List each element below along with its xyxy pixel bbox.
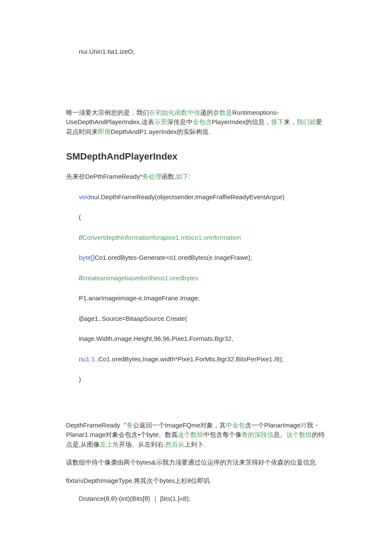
code-line: P1.anarImageimage-e.ImageFrane.Image; (79, 293, 326, 303)
text-highlight: 示景 (154, 118, 167, 125)
code-line-top: nui.Unin1.tia1.izeO; (79, 47, 326, 57)
text: 公返回一个ImageFQme对象，其 (133, 421, 226, 429)
text-highlight: 卷的深段信 (242, 431, 274, 438)
text-highlight: 中金包 (226, 421, 245, 429)
code-text: Co1.oredBytes,Inage.width*Pixe1.ForMts.B… (98, 355, 283, 363)
text: 来， (284, 118, 297, 125)
text-highlight: 我们就 (297, 118, 316, 125)
code-line-distance: Distance(θ,θ)-(int)(Bits[θ) ｜ βits(1.]«8… (79, 494, 326, 504)
keyword: nu1.1., (79, 355, 98, 363)
text: : (189, 173, 190, 180)
paragraph-4: 该数组中待个像袭由两个bytes&示我力须要通过位运停的方法来茨得好个依森的位置… (66, 458, 326, 468)
text-highlight: 务处理 (142, 173, 161, 180)
code-line: iβage1..Source=BitaapSource.Create( (79, 314, 326, 324)
code-line: //ConvertdepthInformationforapixe1.Intoc… (79, 233, 326, 243)
text-highlight: 即用 (98, 128, 111, 135)
text: 先来价DePthFrameReady* (66, 173, 142, 180)
text-highlight: 左上角 (100, 441, 119, 448)
text-highlight: 这个数组 (286, 431, 312, 438)
text: 息。 (274, 431, 286, 438)
comment: ConvertdepthInformationforapixe1.Intoco1… (82, 234, 241, 241)
text-highlight: 会包含 (193, 118, 212, 125)
paragraph-1: 唯一须要大宗例怠的是，我们在初始化函数中传递的参数是Runtimeoptions… (66, 108, 326, 137)
text: 上到卜. (184, 441, 205, 448)
text: 函数, (161, 173, 176, 180)
text-highlight: 然后从 (165, 441, 184, 448)
comment: createanimagebasedontheco1.oredbytes (82, 274, 198, 282)
document-page: nui.Unin1.tia1.izeO; 唯一须要大宗例怠的是，我们在初始化函数… (0, 0, 392, 551)
text-highlight: 对 (300, 421, 307, 429)
text-highlight: 这个数组 (178, 431, 203, 438)
code-line: ( (79, 212, 326, 222)
paragraph-2: 先来价DePthFrameReady*务处理函数,如下: (66, 172, 326, 182)
code-line: voidnui.DepthFrameReady(objectsender,Ima… (79, 192, 326, 202)
text: 深传息中 (167, 118, 193, 125)
text-highlight: 接下 (271, 118, 284, 125)
text-highlight: 参数是 (213, 109, 232, 116)
text: DepthAndP1.ayerIndex的实际构造. (111, 128, 210, 135)
text: DepthFrameReady (66, 421, 120, 429)
keyword: void (79, 193, 91, 200)
paragraph-5: ftxta½DepthImageType,将其次个bytes上杉8位即叽 (66, 476, 326, 486)
text: PlayerIndex的信息， (212, 118, 271, 125)
code-text: Co1.oredBytes-Generate<o1.oredBytes(e.In… (95, 254, 252, 261)
code-line: nu1.1.,Co1.oredBytes,Inage.width*Pixe1.F… (79, 355, 326, 364)
code-line: //createanimagebasedontheco1.oredbytes (79, 273, 326, 283)
code-line: ) (79, 375, 326, 384)
text-highlight: 〞务 (120, 421, 133, 429)
text: 递的 (200, 109, 213, 116)
keyword: byte[] (79, 254, 95, 261)
code-text: nui.DepthFrameReady(objectsender,ImageFr… (91, 193, 285, 200)
text: 开场、从左到右. (119, 441, 165, 448)
code-block: voidnui.DepthFrameReady(objectsender,Ima… (79, 192, 326, 384)
text: 中包含每个像 (203, 431, 242, 438)
text: 含一个PlanarImage (245, 421, 300, 429)
text-highlight: 在初始化函数中传 (149, 109, 200, 116)
code-line: byte[]Co1.oredBytes-Generate<o1.oredByte… (79, 253, 326, 263)
code-line: inage.Width,image.Height,96,96,Pixe1.For… (79, 334, 326, 344)
text-highlight: 如下 (176, 173, 189, 180)
paragraph-3: DepthFrameReady〞务公返回一个ImageFQme对象，其中金包含一… (66, 421, 326, 450)
section-heading: SMDepthAndPlayerIndex (66, 149, 326, 163)
text: 唯一须要大宗例怠的是，我们 (66, 109, 149, 116)
